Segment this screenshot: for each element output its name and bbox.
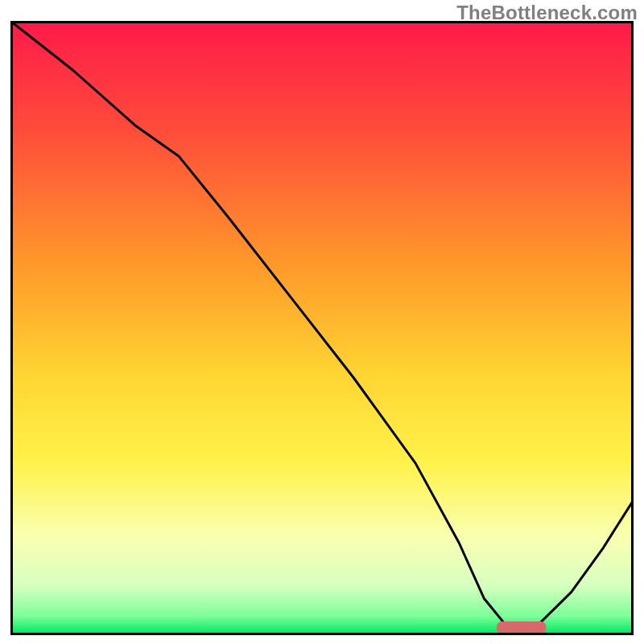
optimal-marker (497, 621, 547, 634)
bottleneck-chart (10, 21, 634, 635)
plot-background (12, 23, 633, 634)
chart-container: TheBottleneck.com (0, 0, 644, 644)
